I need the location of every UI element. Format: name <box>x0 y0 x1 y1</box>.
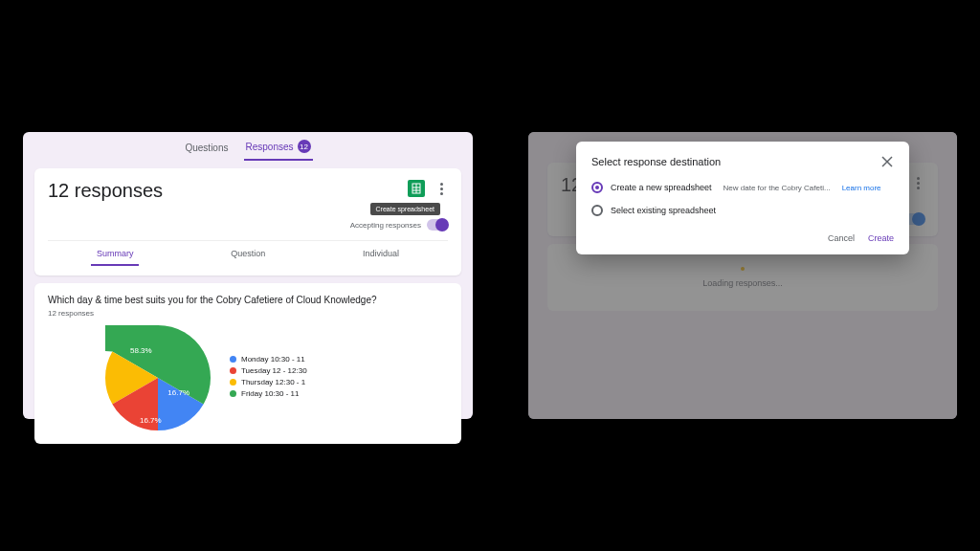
response-view-tabs: Summary Question Individual <box>48 240 448 266</box>
form-tabs: Questions Responses 12 <box>23 132 473 161</box>
chart-legend: Monday 10:30 - 11 Tuesday 12 - 12:30 Thu… <box>230 355 307 401</box>
responses-panel: Questions Responses 12 12 responses Crea… <box>23 132 473 419</box>
legend-dot-icon <box>230 390 236 397</box>
tab-summary[interactable]: Summary <box>91 249 140 266</box>
close-button[interactable] <box>880 155 894 168</box>
radio-select-existing[interactable] <box>591 205 603 216</box>
pie-chart: 58.3% 16.7% 16.7% <box>105 325 211 430</box>
destination-dialog-panel: 12 res ses Loading responses... Select r… <box>528 132 957 419</box>
accepting-responses-toggle[interactable] <box>427 219 448 231</box>
legend-item: Friday 10:30 - 11 <box>230 389 307 398</box>
cancel-button[interactable]: Cancel <box>828 233 855 243</box>
responses-count-badge: 12 <box>298 140 311 153</box>
legend-dot-icon <box>230 367 236 374</box>
responses-title: 12 responses <box>48 180 163 202</box>
tab-responses-label: Responses <box>246 142 294 152</box>
legend-item: Thursday 12:30 - 1 <box>230 378 307 386</box>
learn-more-link[interactable]: Learn more <box>842 184 881 192</box>
select-destination-dialog: Select response destination Create a new… <box>576 142 909 254</box>
legend-item: Monday 10:30 - 11 <box>230 355 307 364</box>
create-spreadsheet-button[interactable] <box>408 180 425 197</box>
option-create-label: Create a new spreadsheet <box>611 183 712 192</box>
pie-label-green: 58.3% <box>130 346 152 355</box>
create-spreadsheet-tooltip: Create spreadsheet <box>370 203 440 215</box>
tab-questions[interactable]: Questions <box>183 140 230 161</box>
pie-label-red: 16.7% <box>140 416 162 425</box>
question-text: Which day & time best suits you for the … <box>48 295 448 305</box>
tab-individual[interactable]: Individual <box>357 249 405 266</box>
responses-header-card: 12 responses Create spreadsheet Acceptin… <box>34 168 461 276</box>
close-icon <box>881 156 893 167</box>
legend-item: Tuesday 12 - 12:30 <box>230 366 307 375</box>
dialog-title: Select response destination <box>591 156 721 167</box>
legend-dot-icon <box>230 379 236 386</box>
create-button[interactable]: Create <box>868 233 894 243</box>
sheets-icon <box>412 183 421 194</box>
option-select-existing[interactable]: Select existing spreadsheet <box>591 205 894 216</box>
tab-responses[interactable]: Responses 12 <box>244 140 313 161</box>
accepting-responses-label: Accepting responses <box>350 221 421 230</box>
legend-dot-icon <box>230 356 236 363</box>
more-options-button[interactable] <box>434 183 448 195</box>
tab-question[interactable]: Question <box>225 249 271 266</box>
option-create-new[interactable]: Create a new spreadsheet New date for th… <box>591 182 894 193</box>
pie-label-blue: 16.7% <box>167 388 189 397</box>
question-summary-card: Which day & time best suits you for the … <box>34 283 461 444</box>
question-response-count: 12 responses <box>48 309 448 318</box>
spreadsheet-name: New date for the Cobry Cafeti... <box>724 184 831 192</box>
option-existing-label: Select existing spreadsheet <box>611 206 716 215</box>
radio-create-new[interactable] <box>591 182 603 193</box>
